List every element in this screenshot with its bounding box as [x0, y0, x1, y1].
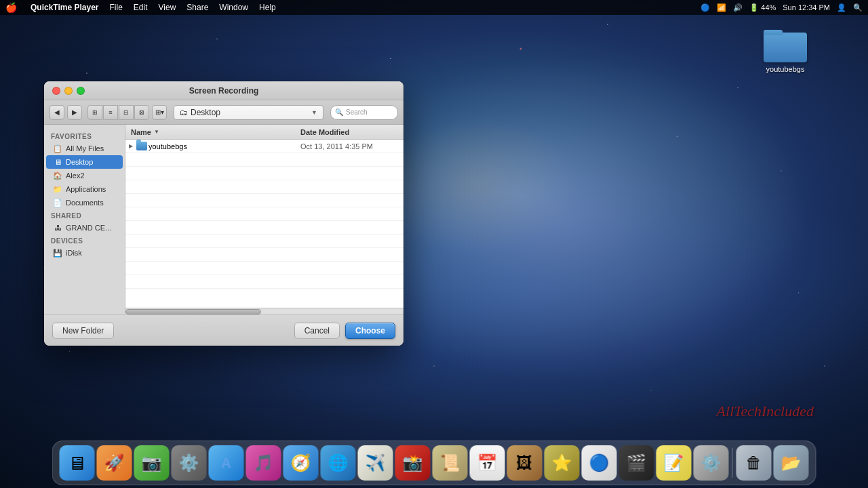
new-folder-button[interactable]: New Folder: [52, 323, 114, 339]
sidebar-item-label: Applications: [66, 185, 106, 193]
dock-item-cal[interactable]: 📅: [470, 445, 505, 481]
dock-item-notes[interactable]: 📝: [656, 445, 692, 481]
dock-item-itunes[interactable]: 🎵: [246, 445, 281, 481]
close-button[interactable]: [52, 87, 60, 95]
screen-recording-dialog: Screen Recording ◀ ▶ ⊞ ≡ ⊟ ⊠ ⊞▾ 🗂 Deskto…: [44, 81, 403, 346]
view-column-button[interactable]: ⊟: [119, 105, 134, 120]
location-icon: 🗂: [180, 108, 188, 117]
finder2-icon: 📂: [781, 453, 802, 472]
view-buttons: ⊞ ≡ ⊟ ⊠: [87, 105, 149, 120]
menubar-file[interactable]: File: [110, 3, 123, 12]
menubar-right: 🔵 📶 🔊 🔋 44% Sun 12:34 PM 👤 🔍: [701, 3, 863, 12]
sidebar-item-alex2[interactable]: 🏠 Alex2: [46, 169, 123, 182]
dock-item-star[interactable]: ⭐: [545, 445, 580, 481]
sidebar-item-label: Alex2: [66, 171, 85, 180]
bd-icon: ⚙️: [179, 453, 199, 472]
favorites-label: FAVORITES: [44, 130, 125, 142]
home-icon: 🏠: [53, 171, 62, 180]
dock-item-photo[interactable]: 🖼: [507, 445, 542, 481]
view-icon-button[interactable]: ⊞: [87, 105, 102, 120]
documents-icon: 📄: [53, 198, 62, 207]
menubar-left: 🍎 QuickTime Player File Edit View Share …: [5, 2, 276, 13]
dock-item-finder2[interactable]: 📂: [774, 445, 809, 481]
search-icon: 🔍: [335, 108, 343, 116]
sidebar-item-applications[interactable]: 📁 Applications: [46, 182, 123, 196]
dialog-filelist: Name ▼ Date Modified ▶ youtubebgs Oct 13…: [125, 125, 403, 314]
sidebar-item-label: iDisk: [66, 249, 82, 257]
dock-item-safari[interactable]: 🧭: [283, 445, 319, 481]
maximize-button[interactable]: [77, 87, 85, 95]
dock-item-bd[interactable]: ⚙️: [172, 445, 207, 481]
chrome-icon: 🔵: [589, 453, 610, 472]
menubar-help[interactable]: Help: [259, 3, 276, 12]
forward-button[interactable]: ▶: [67, 105, 82, 120]
col-date-header[interactable]: Date Modified: [295, 128, 403, 136]
horizontal-scrollbar[interactable]: [125, 308, 403, 314]
dialog-title: Screen Recording: [189, 86, 259, 96]
dock-item-appstore[interactable]: A: [209, 445, 244, 481]
table-row-empty-4: [125, 194, 403, 207]
filelist-header: Name ▼ Date Modified: [125, 125, 403, 140]
table-row[interactable]: ▶ youtubebgs Oct 13, 2011 4:35 PM: [125, 140, 403, 153]
view-coverflow-button[interactable]: ⊠: [134, 105, 149, 120]
devices-label: DEVICES: [44, 235, 125, 246]
location-arrow: ▼: [311, 109, 317, 116]
desktop-folder-youtubebgs[interactable]: youtubebgs: [764, 27, 807, 73]
menubar-battery: 🔋 44%: [749, 3, 776, 12]
desktop-icon: 🖥: [53, 157, 62, 167]
sidebar-item-documents[interactable]: 📄 Documents: [46, 196, 123, 209]
scrollbar-thumb[interactable]: [125, 309, 261, 314]
shared-label: SHARED: [44, 209, 125, 221]
dock-item-iphoto[interactable]: 📷: [134, 445, 170, 481]
dock-item-trash[interactable]: 🗑: [736, 445, 772, 481]
dock-item-finder[interactable]: 🖥: [60, 445, 95, 481]
dock-item-launchpad[interactable]: 🚀: [97, 445, 132, 481]
menubar-edit[interactable]: Edit: [134, 3, 148, 12]
location-bar[interactable]: 🗂 Desktop ▼: [174, 105, 323, 120]
sidebar-item-idisk[interactable]: 💾 iDisk: [46, 246, 123, 260]
view-list-button[interactable]: ≡: [103, 105, 118, 120]
dock-item-iphoto2[interactable]: 📸: [395, 445, 431, 481]
appstore-icon: A: [221, 455, 231, 471]
row-filename: youtubebgs: [147, 142, 295, 150]
dock-item-pref[interactable]: ⚙️: [694, 445, 729, 481]
dock-item-mail[interactable]: ✈️: [358, 445, 393, 481]
desktop-folder-label: youtubebgs: [766, 65, 805, 73]
back-button[interactable]: ◀: [50, 105, 64, 120]
script-icon: 📜: [440, 453, 460, 472]
apple-menu[interactable]: 🍎: [5, 2, 17, 13]
dock-item-chrome[interactable]: 🔵: [582, 445, 617, 481]
server-icon: 🖧: [53, 223, 62, 232]
sidebar-item-grand-ce[interactable]: 🖧 GRAND CE...: [46, 221, 123, 235]
table-row-empty-2: [125, 167, 403, 180]
sidebar-item-desktop[interactable]: 🖥 Desktop: [46, 155, 123, 169]
col-name-header[interactable]: Name ▼: [125, 128, 295, 136]
menubar-clock: Sun 12:34 PM: [783, 3, 830, 12]
filelist-rows: ▶ youtubebgs Oct 13, 2011 4:35 PM: [125, 140, 403, 314]
menubar-view[interactable]: View: [159, 3, 176, 12]
sidebar-item-label: Desktop: [66, 158, 93, 166]
table-row-empty-3: [125, 180, 403, 194]
sidebar-item-all-my-files[interactable]: 📋 All My Files: [46, 142, 123, 155]
dialog-toolbar: ◀ ▶ ⊞ ≡ ⊟ ⊠ ⊞▾ 🗂 Desktop ▼ 🔍 Search: [44, 100, 403, 125]
choose-button[interactable]: Choose: [345, 323, 395, 339]
sidebar-item-label: GRAND CE...: [66, 224, 111, 232]
menubar-share[interactable]: Share: [186, 3, 208, 12]
arrange-button[interactable]: ⊞▾: [152, 105, 167, 120]
table-row-empty-7: [125, 235, 403, 248]
menubar-app-name[interactable]: QuickTime Player: [31, 3, 99, 12]
cancel-button[interactable]: Cancel: [294, 323, 340, 339]
row-expand-arrow[interactable]: ▶: [125, 143, 136, 149]
search-box[interactable]: 🔍 Search: [330, 105, 398, 120]
menubar-search[interactable]: 🔍: [853, 3, 863, 12]
minimize-button[interactable]: [64, 87, 73, 95]
table-row-empty-8: [125, 248, 403, 262]
dock-item-ie[interactable]: 🌐: [321, 445, 356, 481]
dialog-sidebar: FAVORITES 📋 All My Files 🖥 Desktop 🏠 Ale…: [44, 125, 125, 314]
table-row-empty-9: [125, 262, 403, 275]
search-placeholder: Search: [346, 108, 368, 116]
dock-item-qtvid[interactable]: 🎬: [619, 445, 654, 481]
menubar-window[interactable]: Window: [219, 3, 248, 12]
menubar-wifi: 📶: [717, 3, 726, 12]
dock-item-script[interactable]: 📜: [433, 445, 468, 481]
